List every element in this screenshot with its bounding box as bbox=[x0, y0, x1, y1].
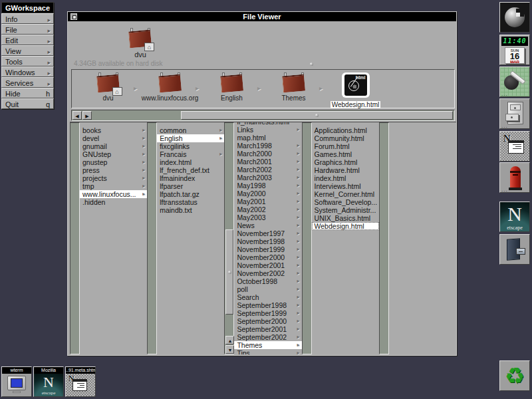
browser-row[interactable]: March2000▸ bbox=[234, 150, 301, 158]
dock-clock-calendar[interactable]: 11:40SUN16MAR bbox=[499, 35, 530, 65]
browser-row[interactable]: Forum.html bbox=[312, 142, 379, 150]
browser-row[interactable]: November2001▸ bbox=[234, 261, 301, 269]
browser-row[interactable]: Kernel_Corner.html bbox=[312, 190, 379, 198]
browser-row[interactable]: poll▸ bbox=[234, 285, 301, 293]
browser-row[interactable]: UNIX_Basics.html bbox=[312, 214, 379, 222]
browser-row[interactable]: Interviews.html bbox=[312, 182, 379, 190]
scroll-right-button[interactable]: ▶ bbox=[82, 111, 92, 120]
browser-row[interactable]: books▸ bbox=[80, 126, 147, 134]
browser-row[interactable]: May1998▸ bbox=[234, 182, 301, 190]
browser-row[interactable]: Francais▸ bbox=[157, 150, 224, 158]
browser-row[interactable]: News▸ bbox=[234, 221, 301, 229]
menu-item-hide[interactable]: Hideh bbox=[1, 88, 54, 98]
scroll-down-button[interactable]: ▼ bbox=[225, 345, 234, 354]
browser-row[interactable]: lftransstatus bbox=[157, 198, 224, 206]
browser-row[interactable]: Tips▸ bbox=[234, 349, 301, 354]
browser-row[interactable]: Search▸ bbox=[234, 293, 301, 301]
dock-netscape-app[interactable]: Netscape bbox=[499, 201, 530, 232]
window-titlebar[interactable]: File Viewer bbox=[68, 12, 456, 21]
browser-row[interactable]: GNUstep▸ bbox=[80, 150, 147, 158]
browser-row[interactable]: lf_french_def.txt bbox=[157, 166, 224, 174]
browser-row[interactable]: .hidden bbox=[80, 198, 147, 206]
menu-item-quit[interactable]: Quitq bbox=[1, 98, 54, 109]
browser-row[interactable]: September2001▸ bbox=[234, 325, 301, 333]
browser-row[interactable]: May2002▸ bbox=[234, 205, 301, 213]
path-entry-dvu[interactable]: ⌂dvu bbox=[77, 72, 139, 102]
browser-row[interactable]: March2002▸ bbox=[234, 166, 301, 174]
menu-title[interactable]: GWorkspace bbox=[1, 2, 54, 13]
browser-row[interactable]: map.html bbox=[234, 134, 301, 142]
menu-item-edit[interactable]: Edit▸ bbox=[1, 35, 54, 45]
browser-row[interactable]: November1999▸ bbox=[234, 245, 301, 253]
dock-recycler[interactable]: ♻ bbox=[499, 360, 530, 391]
browser-row[interactable]: November2002▸ bbox=[234, 269, 301, 277]
browser-row[interactable]: September2002▸ bbox=[234, 333, 301, 341]
browser-row[interactable]: September1998▸ bbox=[234, 301, 301, 309]
dock-gnustep-document-app[interactable]: N bbox=[499, 131, 530, 162]
menu-item-view[interactable]: View▸ bbox=[1, 45, 54, 56]
browser-row[interactable]: gnumail▸ bbox=[80, 142, 147, 150]
scroll-up-button[interactable]: ▲ bbox=[225, 336, 234, 344]
miniwindow-91metashtml[interactable]: ..91.meta.shtmlN bbox=[65, 366, 96, 397]
browser-row[interactable]: March2001▸ bbox=[234, 158, 301, 166]
dock-server-cabinet-app[interactable] bbox=[499, 234, 530, 265]
browser-row[interactable]: November1997▸ bbox=[234, 229, 301, 237]
dock-file-cabinet-app[interactable]: ... bbox=[499, 98, 530, 129]
browser-row[interactable]: devel▸ bbox=[80, 134, 147, 142]
scrollbar-thumb[interactable] bbox=[181, 111, 453, 120]
browser-row[interactable]: Themes▸ bbox=[234, 341, 301, 349]
browser-row-label: Hardware.html bbox=[315, 166, 360, 174]
browser-row[interactable]: May2003▸ bbox=[234, 213, 301, 221]
miniwindow-Mozilla[interactable]: MozillaNetscape bbox=[33, 366, 64, 397]
path-entry-www.linuxfocus.org[interactable]: www.linuxfocus.org bbox=[139, 72, 201, 102]
browser-row[interactable]: November1998▸ bbox=[234, 237, 301, 245]
browser-row[interactable]: Applications.html bbox=[312, 126, 379, 134]
dock-paint-app[interactable]: ... bbox=[499, 66, 530, 97]
dock-mail-postbox-app[interactable]: ... bbox=[499, 162, 530, 193]
browser-row[interactable]: Hardware.html bbox=[312, 166, 379, 174]
browser-row[interactable]: lfpatch.tar.gz bbox=[157, 190, 224, 198]
browser-row[interactable]: Links▸ bbox=[234, 126, 301, 134]
miniwindow-wterm[interactable]: wterm bbox=[1, 366, 32, 397]
browser-row[interactable]: September1999▸ bbox=[234, 309, 301, 317]
browser-row[interactable]: index.html bbox=[157, 158, 224, 166]
column-scroll-knob[interactable] bbox=[225, 229, 233, 315]
browser-row[interactable]: Webdesign.html bbox=[312, 222, 379, 230]
scroll-left-button[interactable]: ◀ bbox=[72, 111, 82, 120]
browser-row[interactable]: Software_Develop... bbox=[312, 198, 379, 206]
browser-row[interactable]: press▸ bbox=[80, 166, 147, 174]
browser-row[interactable]: projects▸ bbox=[80, 174, 147, 182]
path-entry-English[interactable]: English bbox=[201, 72, 263, 102]
browser-row[interactable]: May2000▸ bbox=[234, 190, 301, 198]
browser-row[interactable]: lfmainindex bbox=[157, 174, 224, 182]
browser-row[interactable]: English▸ bbox=[157, 134, 224, 142]
browser-row[interactable]: System_Administr... bbox=[312, 206, 379, 214]
browser-row[interactable]: lfparser bbox=[157, 182, 224, 190]
shelf-resize-handle[interactable] bbox=[310, 63, 313, 66]
browser-row[interactable]: October1998▸ bbox=[234, 277, 301, 285]
path-entry-Themes[interactable]: Themes bbox=[263, 72, 325, 102]
browser-row[interactable]: March1998▸ bbox=[234, 142, 301, 150]
browser-row[interactable]: September2000▸ bbox=[234, 317, 301, 325]
browser-row[interactable]: March2003▸ bbox=[234, 174, 301, 182]
browser-row[interactable]: index.html bbox=[312, 174, 379, 182]
browser-row[interactable]: common▸ bbox=[157, 126, 224, 134]
browser-row[interactable]: www.linuxfocus...▸ bbox=[80, 190, 147, 198]
shelf-item-dvu[interactable]: ⌂ dvu bbox=[116, 28, 165, 59]
menu-item-tools[interactable]: Tools▸ bbox=[1, 56, 54, 66]
browser-row[interactable]: Games.html bbox=[312, 150, 379, 158]
menu-item-info[interactable]: Info▸ bbox=[1, 13, 54, 24]
menu-item-windows[interactable]: Windows▸ bbox=[1, 66, 54, 77]
browser-row[interactable]: gnustep▸ bbox=[80, 158, 147, 166]
browser-row[interactable]: fixcgilinks bbox=[157, 142, 224, 150]
browser-row[interactable]: Graphics.html bbox=[312, 158, 379, 166]
browser-row[interactable]: May2001▸ bbox=[234, 198, 301, 205]
browser-row[interactable]: November2000▸ bbox=[234, 253, 301, 261]
path-entry-Webdesign.html[interactable]: htmlWebdesign.html bbox=[325, 72, 386, 110]
dock-gnustep-logo[interactable] bbox=[499, 2, 530, 33]
menu-item-file[interactable]: File▸ bbox=[1, 24, 54, 35]
browser-row[interactable]: Community.html bbox=[312, 134, 379, 142]
menu-item-services[interactable]: Services▸ bbox=[1, 77, 54, 88]
browser-row[interactable]: tmp▸ bbox=[80, 182, 147, 190]
browser-row[interactable]: maindb.txt bbox=[157, 206, 224, 214]
